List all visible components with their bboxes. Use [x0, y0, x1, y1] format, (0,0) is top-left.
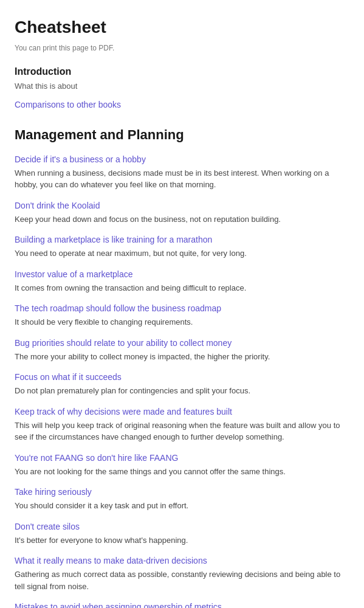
- topic-block: The tech roadmap should follow the busin…: [15, 302, 349, 328]
- comparison-link[interactable]: Comparisons to other books: [15, 98, 121, 111]
- topic-title[interactable]: Building a marketplace is like training …: [15, 233, 349, 246]
- topic-desc: Gathering as much correct data as possib…: [15, 568, 349, 592]
- intro-subtext: What this is about: [15, 80, 349, 92]
- topic-title[interactable]: Focus on what if it succeeds: [15, 371, 349, 384]
- intro-heading: Introduction: [15, 64, 349, 79]
- topic-block: Mistakes to avoid when assigning ownersh…: [15, 601, 349, 608]
- topic-block: What it really means to make data-driven…: [15, 554, 349, 592]
- topic-desc: Keep your head down and focus on the bus…: [15, 213, 349, 226]
- topic-desc: You need to operate at near maximum, but…: [15, 247, 349, 260]
- topic-desc: This will help you keep track of origina…: [15, 420, 349, 443]
- print-note: You can print this page to PDF.: [15, 43, 349, 54]
- topic-desc: The more your ability to collect money i…: [15, 351, 349, 363]
- topic-title[interactable]: Mistakes to avoid when assigning ownersh…: [15, 601, 349, 608]
- topic-block: Building a marketplace is like training …: [15, 233, 349, 260]
- topic-desc: Do not plan prematurely plan for conting…: [15, 385, 349, 397]
- topic-desc: It's better for everyone to know what's …: [15, 534, 349, 547]
- topic-block: Keep track of why decisions were made an…: [15, 406, 349, 443]
- topic-title[interactable]: Investor value of a marketplace: [15, 268, 349, 281]
- topic-title[interactable]: Keep track of why decisions were made an…: [15, 406, 349, 418]
- topics-list: Decide if it's a business or a hobbyWhen…: [15, 153, 349, 609]
- topic-desc: You should consider it a key task and pu…: [15, 500, 349, 512]
- topic-desc: You are not looking for the same things …: [15, 466, 349, 478]
- topic-title[interactable]: You're not FAANG so don't hire like FAAN…: [15, 452, 349, 465]
- section-heading: Management and Planning: [15, 125, 349, 145]
- page-title: Cheatsheet: [15, 15, 349, 40]
- topic-title[interactable]: Take hiring seriously: [15, 486, 349, 499]
- topic-block: Bug priorities should relate to your abi…: [15, 337, 349, 363]
- topic-block: Investor value of a marketplaceIt comes …: [15, 268, 349, 294]
- topic-title[interactable]: What it really means to make data-driven…: [15, 554, 349, 567]
- topic-block: Focus on what if it succeedsDo not plan …: [15, 371, 349, 397]
- topic-block: Don't drink the KoolaidKeep your head do…: [15, 199, 349, 226]
- topic-title[interactable]: The tech roadmap should follow the busin…: [15, 302, 349, 315]
- topic-block: You're not FAANG so don't hire like FAAN…: [15, 452, 349, 478]
- topic-title[interactable]: Decide if it's a business or a hobby: [15, 153, 349, 166]
- topic-block: Don't create silosIt's better for everyo…: [15, 520, 349, 547]
- topic-desc: It comes from owning the transaction and…: [15, 282, 349, 294]
- topic-desc: It should be very flexible to changing r…: [15, 316, 349, 328]
- topic-title[interactable]: Bug priorities should relate to your abi…: [15, 337, 349, 350]
- topic-block: Take hiring seriouslyYou should consider…: [15, 486, 349, 512]
- topic-title[interactable]: Don't create silos: [15, 520, 349, 533]
- topic-title[interactable]: Don't drink the Koolaid: [15, 199, 349, 212]
- topic-block: Decide if it's a business or a hobbyWhen…: [15, 153, 349, 191]
- topic-desc: When running a business, decisions made …: [15, 167, 349, 191]
